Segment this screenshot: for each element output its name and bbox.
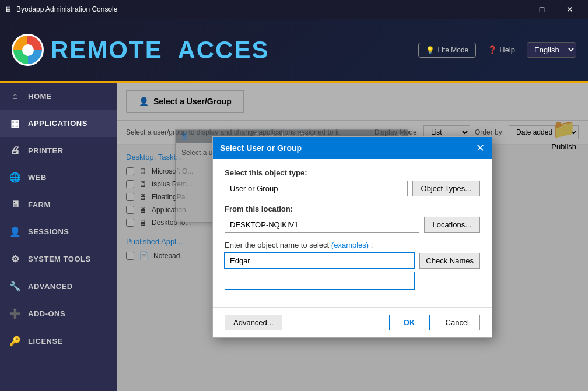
sidebar-label-add-ons: ADD-ONS (28, 309, 65, 318)
header: REMOTE ACCES 💡 Lite Mode ❓ Help English … (0, 19, 588, 83)
logo-area: REMOTE ACCES (12, 34, 269, 66)
titlebar-left: 🖥 Byodapp Administration Console (5, 5, 117, 13)
app-icon: 🖥 (5, 5, 12, 13)
locations-button[interactable]: Locations... (424, 217, 481, 233)
help-button[interactable]: ❓ Help (488, 45, 515, 54)
sidebar-item-web[interactable]: 🌐 WEB (0, 164, 117, 191)
modal-close-button[interactable]: ✕ (476, 142, 485, 154)
logo-text-part2: ACCES (177, 36, 269, 64)
sidebar-item-home[interactable]: ⌂ HOME (0, 83, 117, 110)
modal-footer: Advanced... OK Cancel (213, 307, 492, 337)
cancel-button[interactable]: Cancel (435, 315, 480, 330)
sidebar-label-web: WEB (28, 173, 47, 182)
license-icon: 🔑 (9, 336, 21, 347)
enter-input-area: Check Names (225, 253, 480, 290)
logo-text: REMOTE ACCES (51, 36, 269, 64)
language-select[interactable]: English French German Spanish (527, 42, 576, 58)
titlebar: 🖥 Byodapp Administration Console — □ ✕ (0, 0, 588, 19)
location-label: From this location: (225, 205, 480, 213)
sidebar-label-home: HOME (28, 92, 52, 101)
enter-colon: : (371, 241, 373, 249)
sidebar-item-sessions[interactable]: 👤 SESSIONS (0, 218, 117, 245)
object-type-label: Select this object type: (225, 168, 480, 177)
titlebar-controls: — □ ✕ (501, 0, 583, 19)
add-ons-icon: ➕ (9, 308, 21, 319)
modal-title: Select User or Group (220, 143, 302, 153)
sidebar-label-sessions: SESSIONS (28, 227, 69, 236)
printer-icon: 🖨 (9, 145, 21, 156)
sidebar-label-applications: APPLICATIONS (28, 119, 88, 128)
lite-mode-label: Lite Mode (438, 46, 469, 54)
object-type-input[interactable] (225, 181, 408, 196)
close-button[interactable]: ✕ (556, 0, 583, 19)
check-names-button[interactable]: Check Names (419, 253, 480, 269)
advanced-button[interactable]: Advanced... (225, 315, 282, 330)
logo-text-part1: REMOTE (51, 36, 163, 64)
titlebar-title: Byodapp Administration Console (16, 5, 117, 13)
maximize-button[interactable]: □ (528, 0, 555, 19)
location-input[interactable] (225, 217, 419, 233)
modal-overlay: Select User or Group ✕ Select this objec… (117, 83, 588, 391)
help-label: Help (499, 45, 515, 54)
sidebar-item-system-tools[interactable]: ⚙ SYSTEM TOOLS (0, 245, 117, 273)
modal-body: Select this object type: Object Types...… (213, 159, 492, 307)
lite-mode-button[interactable]: 💡 Lite Mode (418, 43, 477, 58)
sidebar-item-printer[interactable]: 🖨 PRINTER (0, 137, 117, 164)
sidebar-label-system-tools: SYSTEM TOOLS (28, 255, 91, 263)
home-icon: ⌂ (9, 91, 21, 101)
minimize-button[interactable]: — (501, 0, 527, 19)
farm-icon: 🖥 (9, 199, 21, 210)
sidebar: ⌂ HOME ▦ APPLICATIONS 🖨 PRINTER 🌐 WEB 🖥 … (0, 83, 117, 391)
advanced-icon: 🔧 (9, 281, 21, 292)
web-icon: 🌐 (9, 172, 21, 183)
sidebar-label-license: LICENSE (28, 337, 63, 346)
sidebar-item-farm[interactable]: 🖥 FARM (0, 191, 117, 218)
help-icon: ❓ (488, 45, 497, 54)
main-layout: ⌂ HOME ▦ APPLICATIONS 🖨 PRINTER 🌐 WEB 🖥 … (0, 83, 588, 391)
sidebar-item-advanced[interactable]: 🔧 ADVANCED (0, 273, 117, 300)
sidebar-item-applications[interactable]: ▦ APPLICATIONS (0, 110, 117, 137)
sessions-icon: 👤 (9, 226, 21, 237)
object-name-input[interactable] (225, 253, 415, 269)
modal-titlebar: Select User or Group ✕ (213, 137, 492, 159)
sidebar-item-license[interactable]: 🔑 LICENSE (0, 327, 117, 355)
select-user-group-modal: Select User or Group ✕ Select this objec… (212, 136, 492, 338)
location-row: Locations... (225, 217, 480, 233)
sidebar-label-printer: PRINTER (28, 146, 64, 155)
sidebar-label-advanced: ADVANCED (28, 282, 73, 291)
enter-label-text: Enter the object name to select (225, 241, 329, 249)
header-right: 💡 Lite Mode ❓ Help English French German… (418, 42, 576, 58)
system-tools-icon: ⚙ (9, 253, 21, 265)
sidebar-label-farm: FARM (28, 200, 51, 209)
sidebar-item-add-ons[interactable]: ➕ ADD-ONS (0, 300, 117, 327)
applications-icon: ▦ (9, 118, 21, 129)
ok-button[interactable]: OK (389, 315, 430, 330)
logo-icon (12, 34, 44, 66)
lite-mode-icon: 💡 (426, 46, 435, 54)
content-area: 👤 Select a User/Group Select a user/grou… (117, 83, 588, 391)
examples-link[interactable]: (examples) (331, 241, 369, 249)
enter-label: Enter the object name to select (example… (225, 241, 480, 249)
object-types-button[interactable]: Object Types... (412, 181, 480, 196)
object-type-row: Object Types... (225, 181, 480, 196)
